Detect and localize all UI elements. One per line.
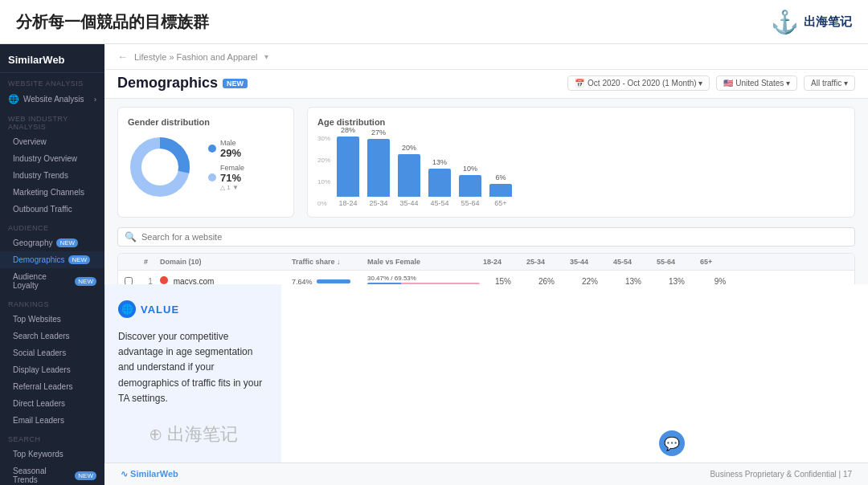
sidebar-section-audience: Audience [0,218,104,234]
age-chart-area: 30% 20% 10% 0% 28% 18-24 27% 25-34 20% [317,135,845,207]
age-bar [489,184,512,197]
y-axis: 30% 20% 10% 0% [317,135,330,207]
age-bar [428,169,451,197]
male-bar [367,283,401,284]
value-description: Discover your competitive advantage in a… [118,329,268,406]
traffic-cell: 7.64% [292,277,364,285]
mf-cell: 30.47% / 69.53% [367,275,480,284]
breadcrumb-dropdown-icon[interactable]: ▾ [264,52,268,61]
donut-legend: Male 29% Female 71% [208,139,244,196]
table-row[interactable]: 1 macys.com 7.64% 30.47% / 69.53% 15% 26… [118,271,854,284]
page-new-badge: NEW [223,79,248,88]
calendar-icon: 📅 [575,79,584,88]
age-bar [459,175,481,197]
date-filter-button[interactable]: 📅 Oct 2020 - Oct 2020 (1 Month) ▾ [567,75,710,91]
sidebar-item-demographics[interactable]: Demographics NEW [0,251,104,268]
breadcrumb: Lifestyle » Fashion and Apparel [134,52,258,62]
chevron-right-icon: › [94,96,96,104]
globe-icon: 🌐 [8,94,19,104]
sidebar-item-search-leaders[interactable]: Search Leaders [0,328,104,344]
age-bar-group: 20% 35-44 [398,144,420,207]
geography-new-badge: NEW [56,238,78,247]
search-input[interactable] [141,232,848,242]
sidebar-item-top-keywords[interactable]: Top Keywords [0,446,104,463]
bars-container: 28% 18-24 27% 25-34 20% 35-44 13% 45-54 … [337,135,845,207]
value-text: VALUE [141,304,179,316]
sidebar-item-overview[interactable]: Overview [0,133,104,150]
age-bar [398,154,420,197]
age-bar-group: 10% 55-64 [459,165,481,207]
main-area: SimilarWeb Website Analysis 🌐 Website An… [0,44,868,485]
rank-cell: 1 [144,277,157,285]
legend-female: Female 71% △ 1 ▼ [208,164,244,191]
sidebar-item-industry-overview[interactable]: Industry Overview [0,150,104,167]
age-bar [337,137,359,197]
value-badge: 🌐 VALUE [118,300,268,318]
legend-male: Male 29% [208,139,244,159]
age-chart-title: Age distribution [317,117,845,127]
sidebar-item-marketing-channels[interactable]: Marketing Channels [0,184,104,201]
age-2534: 26% [526,277,567,285]
chat-button[interactable]: 💬 [659,430,685,456]
page-title-group: Demographics NEW [117,75,248,92]
sidebar-item-direct-leaders[interactable]: Direct Leaders [0,395,104,412]
sidebar-item-industry-trends[interactable]: Industry Trends [0,167,104,184]
sidebar-item-email-leaders[interactable]: Email Leaders [0,412,104,429]
bottom-legal: Business Proprietary & Confidential | 17 [710,470,852,479]
sidebar-item-geography[interactable]: Geography NEW [0,234,104,251]
sidebar-item-referral-leaders[interactable]: Referral Leaders [0,378,104,395]
sidebar-item-outbound-traffic[interactable]: Outbound Traffic [0,201,104,218]
male-dot [208,145,216,153]
svg-point-2 [142,149,178,185]
brand-dot [160,276,168,284]
chat-icon: 💬 [664,436,680,451]
age-bar-group: 27% 25-34 [367,128,390,207]
age-bar-group: 6% 65+ [489,173,512,207]
sidebar-item-social-leaders[interactable]: Social Leaders [0,344,104,361]
bottom-bar: ∿ SimilarWeb Business Proprietary & Conf… [104,463,868,485]
age-5564: 13% [657,277,697,285]
content-area: ← Lifestyle » Fashion and Apparel ▾ Demo… [104,44,868,284]
seasonal-new-badge: NEW [75,471,96,480]
sidebar-section-industry: Web Industry Analysis [0,108,104,133]
demographics-new-badge: NEW [68,255,90,264]
page-heading: 分析每一個競品的目標族群 [16,11,209,33]
breadcrumb-bar: ← Lifestyle » Fashion and Apparel ▾ [104,44,868,70]
anchor-icon: ⚓ [771,9,799,35]
age-1824: 15% [483,277,523,285]
page-title-row: Demographics NEW 📅 Oct 2020 - Oct 2020 (… [104,70,868,99]
charts-row: Gender distribution [117,107,855,218]
sidebar-item-website-analysis[interactable]: 🌐 Website Analysis › [0,90,104,108]
sidebar: SimilarWeb Website Analysis 🌐 Website An… [0,44,104,485]
country-filter-button[interactable]: 🇺🇸 United States ▾ [716,75,797,91]
female-dot [208,173,216,181]
filter-row: 📅 Oct 2020 - Oct 2020 (1 Month) ▾ 🇺🇸 Uni… [567,75,855,91]
sidebar-item-audience-loyalty[interactable]: Audience Loyalty NEW [0,268,104,294]
donut-container: Male 29% Female 71% [128,135,284,199]
search-icon: 🔍 [125,231,137,243]
back-arrow-icon[interactable]: ← [117,51,128,63]
donut-chart-svg [128,135,192,199]
female-bar [401,283,480,284]
bottom-logo: ∿ SimilarWeb [121,469,178,479]
sidebar-section-rankings: Rankings [0,294,104,311]
sidebar-section-website: Website Analysis [0,73,104,90]
domain-link[interactable]: macys.com [174,277,215,284]
sidebar-item-top-websites[interactable]: Top Websites [0,311,104,328]
page-title-text: Demographics [117,75,218,92]
search-bar: 🔍 [117,227,855,247]
sidebar-item-display-leaders[interactable]: Display Leaders [0,361,104,378]
value-icon: 🌐 [118,300,136,318]
age-chart-card: Age distribution 30% 20% 10% 0% [307,107,855,218]
sidebar-item-seasonal-trends[interactable]: Seasonal Trends NEW [0,463,104,485]
table-header: # Domain (10) Traffic share ↓ Male vs Fe… [118,254,854,271]
age-bar [367,139,390,197]
traffic-filter-button[interactable]: All traffic ▾ [804,75,855,91]
age-3544: 22% [570,277,610,285]
gender-chart-card: Gender distribution [117,107,294,218]
top-logo: ⚓ 出海笔记 [771,9,852,35]
gender-chart-title: Gender distribution [128,117,284,127]
sidebar-section-search: Search [0,429,104,446]
traffic-bar [317,279,350,283]
row-checkbox[interactable] [125,277,141,284]
